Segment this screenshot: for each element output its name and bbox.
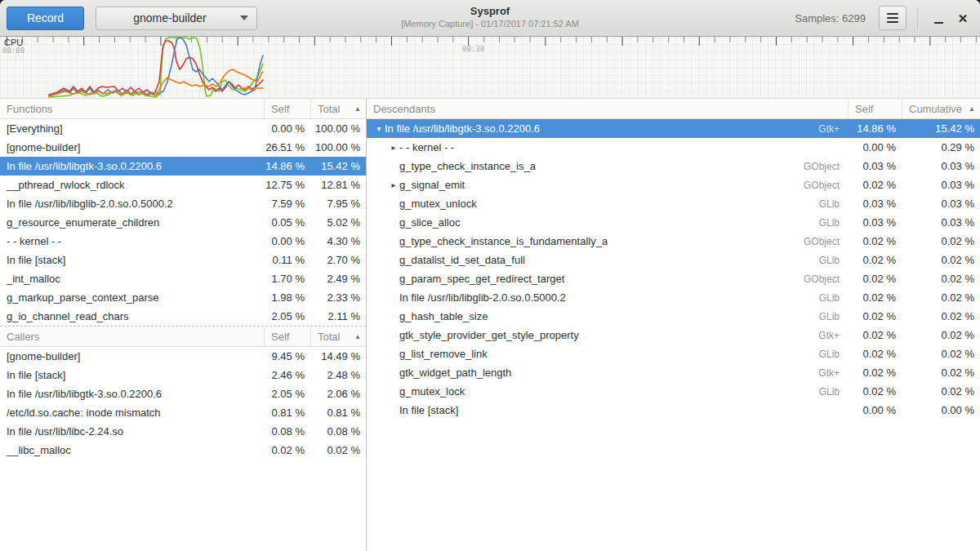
functions-table-row[interactable]: [Everything]0.00 %100.00 % [0,119,366,138]
function-name: g_type_check_instance_is_fundamentally_a [399,235,608,247]
functions-table-header[interactable]: Functions Self Total▲ [0,99,366,119]
left-panel: Functions Self Total▲ [Everything]0.00 %… [0,99,367,551]
function-name: In file [stack] [0,369,264,381]
cpu-blue-line [49,38,263,96]
descendants-table-row[interactable]: g_param_spec_get_redirect_targetGObject0… [367,269,980,288]
callers-self-column-header[interactable]: Self [264,327,310,346]
descendants-table-row[interactable]: In file [stack]0.00 %0.00 % [367,401,980,420]
descendants-table-row[interactable]: g_mutex_lockGLib0.02 %0.02 % [367,382,980,401]
expander-open-icon[interactable]: ▾ [373,125,385,133]
callers-total-column-header[interactable]: Total▲ [310,327,366,346]
self-percent: 0.02 % [264,444,310,456]
callers-table-header[interactable]: Callers Self Total▲ [0,327,366,347]
chevron-down-icon [240,16,248,20]
descendants-table-row[interactable]: ▾In file /usr/lib/libgtk-3.so.0.2200.6Gt… [367,119,980,138]
descendants-table-row[interactable]: gtk_widget_path_lengthGtk+0.02 %0.02 % [367,363,980,382]
callers-table-row[interactable]: __libc_malloc0.02 %0.02 % [0,441,366,460]
cumulative-percent: 0.03 % [902,160,980,172]
descendant-name-cell: In file [stack] [367,404,848,416]
total-percent: 12.81 % [310,179,366,191]
callers-table-row[interactable]: /etc/ld.so.cache: inode mismatch0.81 %0.… [0,403,366,422]
library-badge: Gtk+ [818,330,848,341]
cumulative-percent: 0.03 % [902,198,980,210]
self-percent: 14.86 % [848,122,902,135]
descendants-table-row[interactable]: g_list_remove_linkGLib0.02 %0.02 % [367,344,980,363]
callers-table-row[interactable]: In file [stack]2.46 %2.48 % [0,366,366,384]
record-button[interactable]: Record [7,7,84,30]
descendants-table-header[interactable]: Descendants Self Cumulative▲ [367,99,980,119]
function-name: g_param_spec_get_redirect_target [399,273,564,285]
function-name: g_list_remove_link [399,348,488,360]
minimize-icon [934,22,943,24]
descendants-table-row[interactable]: g_type_check_instance_is_aGObject0.03 %0… [367,157,980,176]
sort-ascending-icon: ▲ [354,105,361,113]
descendants-table-row[interactable]: g_hash_table_sizeGLib0.02 %0.02 % [367,307,980,326]
total-percent: 100.00 % [310,122,366,135]
cumulative-percent: 0.02 % [902,329,980,341]
functions-table-row[interactable]: In file /usr/lib/libgtk-3.so.0.2200.614.… [0,157,366,176]
total-percent: 0.08 % [310,425,366,438]
descendant-name-cell: ▾In file /usr/lib/libgtk-3.so.0.2200.6Gt… [367,122,848,135]
functions-self-column-header[interactable]: Self [264,99,310,118]
expander-closed-icon[interactable]: ▸ [388,144,399,152]
close-button[interactable]: ✕ [951,6,975,30]
function-name: In file [stack] [399,404,458,416]
functions-table-row[interactable]: In file [stack]0.11 %2.70 % [0,251,366,269]
functions-table-row[interactable]: __pthread_rwlock_rdlock12.75 %12.81 % [0,176,366,194]
functions-table-row[interactable]: g_markup_parse_context_parse1.98 %2.33 % [0,288,366,307]
self-percent: 0.00 % [848,141,902,153]
library-badge: GObject [804,180,848,191]
samples-count: Samples: 6299 [795,12,866,24]
functions-column-header[interactable]: Functions [0,103,264,115]
descendants-table-row[interactable]: g_slice_allocGLib0.03 %0.03 % [367,213,980,232]
self-percent: 14.86 % [264,160,310,172]
callers-column-header[interactable]: Callers [0,331,264,343]
functions-table-row[interactable]: _int_malloc1.70 %2.49 % [0,269,366,288]
callers-table-row[interactable]: In file /usr/lib/libc-2.24.so0.08 %0.08 … [0,422,366,441]
expander-closed-icon[interactable]: ▸ [388,181,399,189]
self-percent: 0.81 % [264,407,310,419]
functions-table-row[interactable]: - - kernel - -0.00 %4.30 % [0,232,366,251]
cumulative-percent: 0.03 % [902,179,980,191]
descendants-table-row[interactable]: g_datalist_id_set_data_fullGLib0.02 %0.0… [367,251,980,269]
functions-table-row[interactable]: [gnome-builder]26.51 %100.00 % [0,138,366,157]
descendants-table-row[interactable]: g_type_check_instance_is_fundamentally_a… [367,232,980,251]
functions-table-row[interactable]: In file /usr/lib/libglib-2.0.so.0.5000.2… [0,194,366,213]
self-percent: 2.46 % [264,369,310,381]
descendants-column-header[interactable]: Descendants [367,103,848,115]
descendants-table-row[interactable]: ▸- - kernel - -0.00 %0.29 % [367,138,980,157]
function-name: In file [stack] [0,254,264,266]
descendants-table-row[interactable]: In file /usr/lib/libglib-2.0.so.0.5000.2… [367,288,980,307]
process-selector-dropdown[interactable]: gnome-builder [96,7,257,30]
self-percent: 2.05 % [264,388,310,400]
descendant-name-cell: g_param_spec_get_redirect_targetGObject [367,273,848,285]
total-percent: 2.48 % [310,369,366,381]
self-percent: 0.02 % [848,254,902,266]
total-percent: 7.95 % [310,198,366,210]
descendants-table-row[interactable]: ▸g_signal_emitGObject0.02 %0.03 % [367,176,980,194]
descendants-table-row[interactable]: gtk_style_provider_get_style_propertyGtk… [367,326,980,344]
minimize-button[interactable] [926,6,951,30]
functions-table-row[interactable]: g_resource_enumerate_children0.05 %5.02 … [0,213,366,232]
callers-table-row[interactable]: In file /usr/lib/libgtk-3.so.0.2200.62.0… [0,384,366,403]
header-bar: Record gnome-builder Sysprof [Memory Cap… [0,0,980,37]
cumulative-percent: 0.02 % [902,385,980,398]
callers-table-row[interactable]: [gnome-builder]9.45 %14.49 % [0,347,366,366]
cumulative-percent: 0.02 % [902,367,980,379]
descendant-name-cell: g_type_check_instance_is_aGObject [367,160,848,172]
function-name: gtk_style_provider_get_style_property [399,329,579,341]
self-percent: 0.02 % [848,329,902,341]
cpu-graph[interactable]: CPU 00:00 00:30 [0,37,980,99]
descendants-self-column-header[interactable]: Self [848,99,902,118]
functions-table-row[interactable]: g_io_channel_read_chars2.05 %2.11 % [0,307,366,326]
descendants-cumulative-column-header[interactable]: Cumulative▲ [902,99,980,118]
library-badge: GLib [819,255,848,266]
descendant-name-cell: g_mutex_unlockGLib [367,198,848,210]
function-name: g_resource_enumerate_children [0,216,264,229]
functions-total-column-header[interactable]: Total▲ [310,99,366,118]
function-name: g_mutex_unlock [399,198,477,210]
function-name: [gnome-builder] [0,350,264,362]
descendants-table-row[interactable]: g_mutex_unlockGLib0.03 %0.03 % [367,194,980,213]
descendant-name-cell: g_datalist_id_set_data_fullGLib [367,254,848,266]
menu-button[interactable] [879,6,906,30]
